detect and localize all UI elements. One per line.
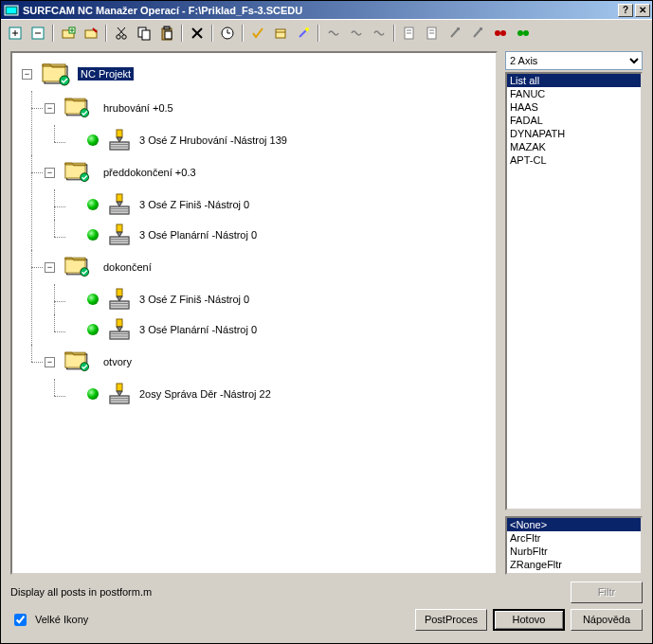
red-dot-icon[interactable]: [490, 23, 511, 44]
tree-operation[interactable]: 3 Osé Z Hrubování -Nástroj 139: [67, 125, 496, 155]
folder-edit-icon[interactable]: [81, 23, 101, 44]
delete-icon[interactable]: [187, 23, 208, 44]
svg-rect-95: [110, 396, 129, 403]
tree-group[interactable]: − otvory: [45, 345, 496, 379]
svg-marker-90: [117, 327, 122, 331]
svg-line-37: [451, 29, 458, 37]
tree-group[interactable]: − hrubování +0.5: [45, 91, 496, 125]
doc2-icon[interactable]: [422, 23, 443, 44]
titlebar: SURFCAM NC Manažer Operací - F:\Priklad_…: [1, 1, 652, 19]
list-item[interactable]: ArcFltr: [507, 531, 641, 545]
svg-rect-83: [117, 289, 122, 296]
svg-point-44: [523, 30, 529, 36]
list-item[interactable]: FANUC: [507, 87, 641, 100]
list-item[interactable]: List all: [507, 74, 641, 87]
toolbar-separator: [209, 23, 215, 44]
list-item[interactable]: APT-CL: [507, 153, 641, 167]
svg-rect-1: [7, 8, 16, 13]
tree-operation[interactable]: 3 Osé Planární -Nástroj 0: [67, 314, 496, 345]
expand-plus-icon[interactable]: [5, 23, 26, 44]
link3-icon[interactable]: [369, 23, 390, 44]
group-folder-icon: [64, 254, 97, 280]
expander-icon[interactable]: −: [45, 103, 55, 114]
tree-operation-label[interactable]: 2osy Správa Děr -Nástroj 22: [136, 387, 274, 401]
list-item[interactable]: HAAS: [507, 100, 641, 114]
axis-select[interactable]: 2 Axis: [505, 51, 643, 70]
tree-operation-label[interactable]: 3 Osé Planární -Nástroj 0: [136, 228, 260, 242]
tree-group[interactable]: − dokončení: [45, 250, 496, 284]
svg-rect-18: [142, 30, 150, 40]
postprocess-button[interactable]: PostProces: [415, 609, 487, 631]
help-button-bottom[interactable]: Nápověda: [571, 609, 643, 631]
list-item[interactable]: <None>: [507, 518, 641, 531]
svg-rect-20: [164, 27, 170, 29]
svg-point-14: [122, 34, 126, 38]
status-dot-icon: [87, 294, 99, 305]
tree-operation-label[interactable]: 3 Osé Z Finiš -Nástroj 0: [136, 293, 252, 306]
expander-icon[interactable]: −: [45, 262, 55, 273]
tree-group-label[interactable]: hrubování +0.5: [100, 101, 176, 115]
list-item[interactable]: MAZAK: [507, 140, 641, 153]
large-icons-checkbox[interactable]: Velké Ikony: [10, 611, 415, 629]
post-processor-list[interactable]: List allFANUCHAASFADALDYNAPATHMAZAKAPT-C…: [505, 72, 643, 510]
operations-tree[interactable]: − NC Projekt − hrubování +0.5: [10, 51, 498, 575]
toolbar-separator: [391, 23, 397, 44]
list-item[interactable]: NurbFltr: [507, 545, 641, 558]
list-item[interactable]: DYNAPATH: [507, 127, 641, 140]
cut-icon[interactable]: [111, 23, 132, 44]
wand-icon[interactable]: [293, 23, 314, 44]
tree-operation[interactable]: 2osy Správa Děr -Nástroj 22: [67, 379, 496, 409]
toolbar-separator: [316, 23, 321, 44]
project-folder-icon: [42, 61, 74, 87]
list-item[interactable]: FADAL: [507, 114, 641, 127]
green-dot-icon[interactable]: [513, 23, 534, 44]
expander-icon[interactable]: −: [45, 168, 55, 178]
toolbar-separator: [50, 23, 56, 44]
tree-operation[interactable]: 3 Osé Z Finiš -Nástroj 0: [67, 284, 496, 314]
svg-point-43: [517, 30, 523, 36]
tree-root[interactable]: − NC Projekt: [22, 57, 496, 91]
operation-icon: [106, 317, 133, 342]
paste-icon[interactable]: [156, 23, 177, 44]
clock-icon[interactable]: [217, 23, 238, 44]
toolbar: [1, 19, 652, 45]
folder-plus-icon[interactable]: [58, 23, 79, 44]
operation-icon: [106, 192, 133, 217]
link2-icon[interactable]: [346, 23, 367, 44]
close-button[interactable]: ✕: [635, 4, 650, 17]
svg-rect-69: [110, 237, 129, 244]
link1-icon[interactable]: [323, 23, 344, 44]
filter-list[interactable]: <None>ArcFltrNurbFltrZRangeFltr: [505, 516, 643, 575]
operation-icon: [106, 223, 133, 247]
doc1-icon[interactable]: [399, 23, 420, 44]
expander-icon[interactable]: −: [45, 357, 55, 367]
list-item[interactable]: ZRangeFltr: [507, 558, 641, 571]
svg-rect-21: [165, 31, 172, 39]
tree-operation-label[interactable]: 3 Osé Z Finiš -Nástroj 0: [136, 198, 252, 211]
operation-icon: [106, 287, 133, 312]
svg-rect-38: [457, 27, 460, 30]
tree-operation[interactable]: 3 Osé Planární -Nástroj 0: [67, 220, 496, 250]
svg-point-13: [117, 34, 120, 38]
help-button[interactable]: ?: [618, 4, 633, 17]
tree-operation-label[interactable]: 3 Osé Z Hrubování -Nástroj 139: [136, 134, 290, 147]
tree-operation-label[interactable]: 3 Osé Planární -Nástroj 0: [136, 323, 260, 336]
tree-group-label[interactable]: předdokončení +0.3: [100, 166, 199, 179]
large-icons-input[interactable]: [14, 614, 27, 626]
box-icon[interactable]: [270, 23, 291, 44]
tree-group[interactable]: − předdokončení +0.3: [45, 155, 496, 189]
tree-group-label[interactable]: otvory: [100, 355, 135, 368]
filter-button[interactable]: Filtr: [571, 581, 643, 603]
collapse-minus-icon[interactable]: [27, 23, 48, 44]
tree-root-label[interactable]: NC Projekt: [78, 67, 134, 80]
expander-icon[interactable]: −: [22, 69, 32, 80]
done-button[interactable]: Hotovo: [493, 609, 565, 631]
brush2-icon[interactable]: [467, 23, 488, 44]
tree-operation[interactable]: 3 Osé Z Finiš -Nástroj 0: [67, 189, 496, 220]
svg-rect-53: [110, 142, 129, 150]
copy-icon[interactable]: [134, 23, 154, 44]
check-icon[interactable]: [247, 23, 268, 44]
brush-icon[interactable]: [444, 23, 465, 44]
tree-group-label[interactable]: dokončení: [100, 260, 154, 274]
svg-line-16: [118, 27, 124, 35]
